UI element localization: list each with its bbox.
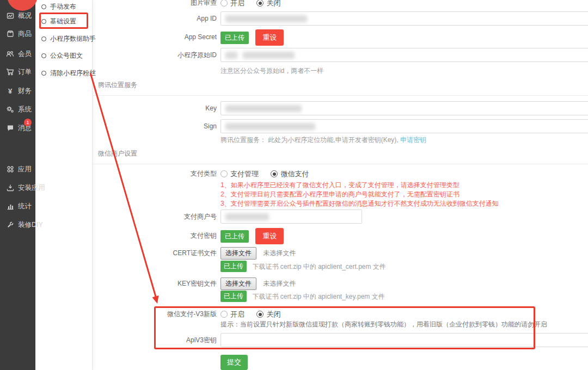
sidebar-item-label: 安装应用 [18,183,45,193]
cert-choose-file-button[interactable]: 选择文件 [220,247,256,260]
sidebar-item-label: 商品 [18,29,32,39]
sidebar-item-label: 订单 [18,67,32,77]
install-icon [6,184,14,192]
gear-icon [6,106,14,114]
sidebar-item-finance[interactable]: ¥ 财务 [6,87,32,95]
original-id-input[interactable] [220,48,588,62]
sidebar-item-stats[interactable]: 统计 [6,202,32,211]
v3-on-option[interactable]: 开启 [220,310,244,318]
key-file-label: KEY密钥文件 [93,279,217,288]
submenu-item-label: 基础设置 [50,17,76,26]
sidebar-item-label: 财务 [18,87,32,96]
submenu-item-basic-settings[interactable]: 基础设置 [41,17,76,26]
redacted-value [225,105,302,112]
circle-icon [41,53,46,58]
key-row: Key [93,101,588,115]
apiv3-row: ApiV3密钥 [93,333,588,347]
app-secret-label: App Secret [93,29,217,45]
radio-off-icon[interactable] [220,170,228,177]
sidebar-item-goods[interactable]: 商品 [6,29,32,38]
v3-row: 微信支付-V3新版 开启 关闭 [93,309,588,319]
key-choose-file-button[interactable]: 选择文件 [220,278,256,290]
submenu-item-official-articles[interactable]: 公众号图文 [41,51,83,60]
sidebar-item-diy[interactable]: 装修DIY [6,220,43,229]
radio-off-icon[interactable] [220,0,228,7]
v3-off-option[interactable]: 关闭 [256,310,280,318]
submenu-item-manual-publish[interactable]: 手动发布 [41,2,76,11]
cart-icon [6,68,14,76]
submenu-item-label: 小程序数据助手 [50,34,96,44]
sidebar-item-label: 会员 [18,50,32,59]
radio-on-icon[interactable] [271,170,278,177]
merchant-no-row: 支付商户号 [93,209,588,224]
cert-file-label: CERT证书文件 [93,249,217,258]
key-no-file-text: 未选择文件 [263,280,296,287]
pay-type-note-1: 1、如果小程序里已经没有了微信支付入口，变成了支付管理，请选择支付管理类型 [220,181,460,189]
message-count-badge: 1 [24,119,32,126]
app-secret-uploaded-button[interactable]: 已上传 [220,32,249,44]
app-secret-reset-button[interactable]: 重设 [255,29,284,46]
image-review-off-option[interactable]: 关闭 [256,0,280,7]
main-sidebar: 概况 商品 会员 订单 ¥ 财务 系统 消息 1 应用 安装应用 统计 装修DI… [0,0,35,370]
sidebar-item-install-apps[interactable]: 安装应用 [6,183,45,192]
sign-label: Sign [93,119,217,133]
yen-icon: ¥ [6,87,14,95]
sign-input[interactable] [220,119,588,133]
pay-type-row: 支付类型 支付管理 微信支付 [93,169,588,178]
sidebar-item-members[interactable]: 会员 [6,50,32,58]
sidebar-item-orders[interactable]: 订单 [6,67,32,76]
sidebar-item-apps[interactable]: 应用 [6,165,32,174]
merchant-no-label: 支付商户号 [93,209,217,224]
sidebar-item-messages[interactable]: 消息 1 [6,124,32,132]
pay-key-uploaded-button[interactable]: 已上传 [220,230,249,243]
pay-key-reset-button[interactable]: 重设 [255,228,284,244]
key-uploaded-tag: 已上传 [220,291,247,302]
submenu-item-label: 手动发布 [50,2,76,11]
app-id-input[interactable] [220,11,588,26]
submenu-item-label: 公众号图文 [50,51,83,60]
submenu-item-data-assistant[interactable]: 小程序数据助手 [41,34,96,44]
pay-type-note-3: 3、支付管理需要开启公众号插件配置好微信的消息通知才行不然支付成功无法收到微信支… [220,200,499,207]
image-review-row: 图片审查 开启 关闭 [93,0,588,8]
radio-off-icon[interactable] [220,311,228,318]
redacted-value [225,15,307,22]
submenu-item-clear-fans[interactable]: 清除小程序粉丝 [41,69,96,78]
merchant-no-input[interactable] [220,209,362,224]
key-file-row: KEY密钥文件 选择文件 未选择文件 [93,279,588,288]
radio-on-icon[interactable] [256,0,264,7]
pay-type-wechat-option[interactable]: 微信支付 [271,170,309,178]
app-logo[interactable] [7,0,38,11]
section-divider [93,95,588,96]
merchant-section-title: 微信商户设置 [98,149,137,158]
apps-icon [6,165,14,174]
circle-icon [41,71,46,76]
sidebar-item-label: 统计 [18,202,32,211]
original-id-label: 小程序原始ID [93,48,217,62]
sidebar-item-label: 概况 [18,11,32,21]
original-id-note: 注意区分公众号原始id，两者不一样 [220,67,323,75]
cert-file-row: CERT证书文件 选择文件 未选择文件 [93,248,588,258]
location-service-note: 腾讯位置服务： 此处为小程序定位功能,申请开发者密钥(Key), 申请密钥 [220,136,426,144]
circle-icon [41,4,46,9]
sidebar-item-system[interactable]: 系统 [6,105,32,114]
radio-on-icon[interactable] [256,311,264,318]
pay-type-manage-option[interactable]: 支付管理 [220,170,259,178]
circle-icon [41,19,46,24]
sidebar-item-label: 应用 [18,165,32,174]
pay-type-note-2: 2、支付管理目前只需要配置小程序里申请的商户号就能支付了，无需配置密钥证书 [220,190,460,198]
pay-key-label: 支付密钥 [93,228,217,243]
key-input[interactable] [220,101,588,115]
bar-chart-icon [6,202,14,211]
apply-key-link[interactable]: 申请密钥 [400,136,426,144]
image-review-on-option[interactable]: 开启 [220,0,244,7]
sidebar-item-label: 装修DIY [18,220,43,230]
members-icon [6,50,14,58]
key-label: Key [93,101,217,115]
wrench-icon [6,221,14,229]
sidebar-item-overview[interactable]: 概况 [6,11,32,20]
redacted-value [225,123,315,130]
submit-button[interactable]: 提交 [220,355,248,370]
apiv3-input[interactable] [220,333,588,347]
sidebar-item-label: 系统 [18,105,32,114]
redacted-value [243,52,295,59]
